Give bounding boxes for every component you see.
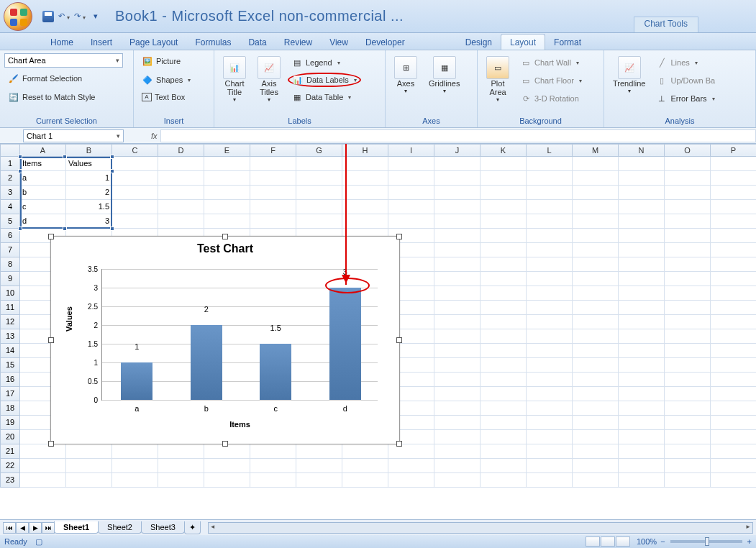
cell[interactable] [342,473,388,488]
cell[interactable] [619,257,665,272]
cell[interactable] [20,444,66,459]
cell[interactable] [619,272,665,286]
cell[interactable] [434,473,481,488]
cell[interactable] [665,401,711,416]
x-axis-label[interactable]: Items [102,420,378,429]
chart-element-selector[interactable]: Chart Area [4,53,123,68]
cell[interactable] [527,157,573,171]
data-labels-button[interactable]: 📊Data Labels [288,73,361,87]
column-header[interactable]: A [20,144,66,157]
cell[interactable] [665,272,711,286]
y-axis-label[interactable]: Values [65,306,73,332]
cell[interactable] [342,444,388,459]
row-header[interactable]: 20 [0,430,20,444]
chart-resize-handle[interactable] [396,337,402,343]
cell[interactable] [619,286,665,301]
row-header[interactable]: 22 [0,459,20,473]
cell[interactable] [250,171,296,186]
cell[interactable] [527,272,573,286]
row-header[interactable]: 21 [0,444,20,459]
cell[interactable]: b [20,186,66,200]
cell[interactable] [527,344,573,358]
cell[interactable] [204,444,250,459]
cell[interactable] [158,459,204,473]
cell[interactable] [250,459,296,473]
column-header[interactable]: F [250,144,296,157]
row-header[interactable]: 13 [0,329,20,344]
cell[interactable] [711,186,756,200]
cell[interactable] [665,473,711,488]
column-header[interactable]: B [66,144,112,157]
cell[interactable] [665,387,711,401]
cell[interactable] [573,416,619,430]
row-header[interactable]: 16 [0,373,20,387]
cell[interactable] [342,157,388,171]
cell[interactable] [527,257,573,272]
cell[interactable] [573,473,619,488]
cell[interactable] [665,200,711,214]
cell[interactable] [434,358,481,373]
cell[interactable] [342,171,388,186]
cell[interactable] [665,329,711,344]
cell[interactable] [250,200,296,214]
cell[interactable] [573,243,619,257]
tab-design[interactable]: Design [457,35,501,50]
cell[interactable] [573,373,619,387]
cell[interactable] [434,373,481,387]
column-header[interactable]: L [527,144,573,157]
sheet-nav-next[interactable]: ▶ [29,522,42,534]
cell[interactable] [481,444,527,459]
chart-resize-handle[interactable] [48,441,54,447]
cell[interactable] [573,200,619,214]
cell[interactable] [481,329,527,344]
chart-title-button[interactable]: 📊Chart Title▾ [219,53,250,104]
cell[interactable] [204,214,250,229]
selection-handle[interactable] [110,227,114,231]
cell[interactable] [711,358,756,373]
cell[interactable] [342,200,388,214]
selection-handle[interactable] [18,169,22,173]
cell[interactable] [619,430,665,444]
cell[interactable] [573,286,619,301]
row-header[interactable]: 14 [0,344,20,358]
cell[interactable] [434,257,481,272]
reset-to-match-style-button[interactable]: 🔄Reset to Match Style [4,89,129,105]
cell[interactable] [665,444,711,459]
cell[interactable] [112,214,158,229]
column-header[interactable]: C [112,144,158,157]
zoom-slider-thumb[interactable] [705,537,709,546]
gridlines-button[interactable]: ▦Gridlines▾ [424,53,464,96]
cell[interactable] [573,387,619,401]
cell[interactable] [711,229,756,243]
cell[interactable] [711,157,756,171]
cell[interactable] [527,387,573,401]
cell[interactable] [481,186,527,200]
cell[interactable] [665,430,711,444]
cell[interactable]: Items [20,157,66,171]
cell[interactable] [619,301,665,315]
row-headers[interactable]: 1234567891011121314151617181920212223 [0,157,20,488]
cell[interactable] [250,473,296,488]
cell[interactable]: 1 [66,171,112,186]
cell[interactable] [388,200,434,214]
cell[interactable] [158,214,204,229]
cell[interactable] [481,200,527,214]
cell[interactable] [573,358,619,373]
cell[interactable] [527,301,573,315]
row-header[interactable]: 4 [0,200,20,214]
row-header[interactable]: 3 [0,186,20,200]
cell[interactable] [619,315,665,329]
column-header[interactable]: O [665,144,711,157]
name-box[interactable]: Chart 1 [23,129,124,142]
cell[interactable] [711,257,756,272]
selection-handle[interactable] [63,227,67,231]
cell[interactable] [158,444,204,459]
column-header[interactable]: G [296,144,342,157]
cell[interactable] [711,200,756,214]
cell[interactable] [665,344,711,358]
cell[interactable] [204,186,250,200]
cell[interactable] [481,214,527,229]
new-sheet-button[interactable]: ✦ [184,521,201,534]
cell[interactable] [527,329,573,344]
cell[interactable] [204,200,250,214]
